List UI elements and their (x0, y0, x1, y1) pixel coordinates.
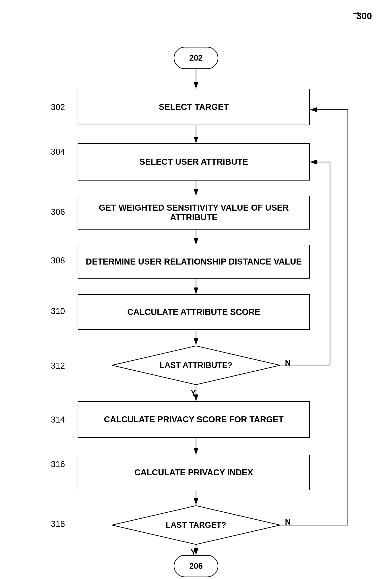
last-attribute-n-label: N (285, 358, 291, 368)
step-label-318: 318 (51, 519, 65, 529)
calculate-attribute-score-text: CALCULATE ATTRIBUTE SCORE (127, 307, 260, 317)
calculate-privacy-score-box: CALCULATE PRIVACY SCORE FOR TARGET (78, 401, 310, 438)
last-attribute-text: LAST ATTRIBUTE? (160, 361, 232, 370)
get-weighted-sensitivity-text: GET WEIGHTED SENSITIVITY VALUE OF USER A… (83, 203, 305, 222)
last-target-diamond: LAST TARGET? (111, 505, 281, 545)
select-user-attribute-text: SELECT USER ATTRIBUTE (139, 157, 248, 167)
calculate-privacy-index-box: CALCULATE PRIVACY INDEX (78, 455, 310, 490)
end-oval-label: 206 (189, 561, 203, 571)
step-label-314: 314 (51, 415, 65, 425)
last-target-n-label: N (285, 517, 291, 527)
select-user-attribute-box: SELECT USER ATTRIBUTE (78, 143, 310, 181)
step-label-310: 310 (51, 306, 65, 316)
last-target-text: LAST TARGET? (166, 520, 226, 530)
step-label-312: 312 (51, 361, 65, 371)
get-weighted-sensitivity-box: GET WEIGHTED SENSITIVITY VALUE OF USER A… (78, 196, 310, 229)
step-label-304: 304 (51, 147, 65, 157)
start-oval: 202 (174, 47, 218, 69)
step-label-308: 308 (51, 256, 65, 265)
select-target-text: SELECT TARGET (159, 102, 229, 112)
end-oval: 206 (174, 555, 218, 577)
last-attribute-y-label: Y (191, 388, 196, 398)
flowchart-diagram: 300 ↙ 202 302 SELECT TARGET 304 SELECT U… (0, 0, 392, 579)
last-attribute-diamond: LAST ATTRIBUTE? (111, 345, 281, 386)
step-label-306: 306 (51, 207, 65, 217)
calculate-privacy-index-text: CALCULATE PRIVACY INDEX (135, 468, 253, 477)
determine-relationship-text: DETERMINE USER RELATIONSHIP DISTANCE VAL… (86, 257, 302, 267)
connector-lines (0, 0, 392, 579)
calculate-privacy-score-text: CALCULATE PRIVACY SCORE FOR TARGET (104, 415, 284, 424)
step-label-316: 316 (51, 460, 65, 469)
select-target-box: SELECT TARGET (78, 89, 310, 125)
calculate-attribute-score-box: CALCULATE ATTRIBUTE SCORE (78, 294, 310, 330)
step-label-302: 302 (51, 102, 65, 112)
start-oval-label: 202 (189, 53, 203, 63)
determine-relationship-box: DETERMINE USER RELATIONSHIP DISTANCE VAL… (78, 245, 310, 279)
